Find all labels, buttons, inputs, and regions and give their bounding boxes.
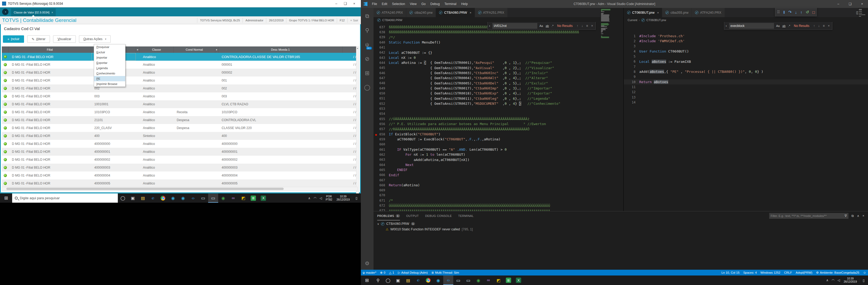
taskbar-search-input[interactable]: Digite aqui para pesquisar (12, 193, 118, 203)
table-row[interactable]: D MG 01 -Filial BELO HOR220_CLASVAnaliti… (2, 124, 358, 132)
minimize-button[interactable]: – (332, 1, 341, 7)
vscode-icon[interactable]: ‹› (443, 276, 453, 285)
table-row[interactable]: D MG 01 -Filial BELO HOR400000001Analiti… (2, 148, 358, 156)
copy-panel-icon[interactable]: ⧉ (851, 214, 854, 218)
code-editor[interactable]: 637ßßßßßßßßßßßßßßßßßßßßßßßßßßßßßßßßßßßßß… (373, 23, 623, 211)
totvs-green-icon[interactable]: ◉ (218, 193, 228, 203)
clock[interactable]: 10:3926/12/2019 (842, 277, 859, 283)
menu-item-imprimir-browse[interactable]: Imprimir Browse (94, 81, 125, 86)
excel-icon[interactable]: X (514, 276, 524, 285)
find-close-icon[interactable]: × (590, 24, 594, 28)
edge-icon[interactable]: ℮ (148, 193, 158, 203)
table-row[interactable]: D MG 01 -Filial BELO HOR400000003Analiti… (2, 164, 358, 172)
file-explorer-icon[interactable]: ▤ (138, 193, 148, 203)
step-out-icon[interactable]: ↑ (800, 10, 803, 14)
outras-acoes-button[interactable]: Outras Ações▾ (79, 35, 111, 43)
table-row[interactable]: D MG 01 -Filial BELO HOR400000000Analiti… (2, 140, 358, 148)
network-icon[interactable]: ◠ (830, 278, 836, 282)
editor-group-left[interactable]: ATFA240.PRXctba240.prwCTBA060.PRW×ATFA25… (373, 8, 624, 211)
menu-terminal[interactable]: Terminal (442, 0, 459, 8)
alterar-button[interactable]: ✎Alterar (27, 35, 50, 43)
dev-tool-icon[interactable]: ◩ (238, 193, 248, 203)
maximize-panel-icon[interactable]: ∧ (857, 214, 859, 218)
debug-launch-status[interactable]: ▷Advpl Debug (Adm) (396, 271, 430, 275)
tab-atfa240.prx[interactable]: ATFA240.PRX (373, 8, 406, 17)
start-button[interactable]: ⊞ (361, 276, 373, 285)
smartclient-monitor-icon[interactable]: ▭ (198, 193, 208, 203)
step-into-icon[interactable]: ↓ (795, 10, 797, 14)
table-row[interactable]: D MG 01 -Filial BELO HOR10010001Analitic… (2, 100, 358, 108)
table-row[interactable]: D MG 01 -Filial BELO HORAnaliticoCONTROL… (2, 53, 358, 61)
minimap[interactable] (858, 8, 868, 21)
chrome-icon[interactable] (158, 193, 168, 203)
environment[interactable]: ⚙Ambiente: BaseCongelada25 (814, 271, 861, 275)
notification-center-icon[interactable]: ▯ (352, 196, 361, 200)
start-button[interactable]: ⊞ (0, 193, 12, 203)
file-explorer-icon[interactable]: ▤ (403, 276, 413, 285)
tab-atfa240.prx[interactable]: ATFA240.PRX (692, 8, 724, 17)
find-in-selection-icon[interactable]: ≡ (822, 24, 826, 28)
regex-icon[interactable]: .* (788, 24, 790, 28)
explorer-icon[interactable]: ⧉ (361, 10, 373, 22)
volume-icon[interactable]: ◁ (318, 196, 323, 200)
table-row[interactable]: D MG 01 -Filial BELO HOR21101AnaliticoDe… (2, 116, 358, 124)
tab-ctba060.prw[interactable]: CTBA060.PRW× (436, 8, 475, 17)
smartclient-monitor-icon[interactable]: ▭ (453, 276, 463, 285)
tab-atfa251.prx[interactable]: ATFA251.PRX (475, 8, 508, 17)
table-row[interactable]: D MG 01 -Filial BELO HORAnalitico000001/… (2, 61, 358, 69)
pause-icon[interactable]: ‖ (783, 10, 785, 14)
find-close-icon[interactable]: × (827, 24, 831, 28)
warnings-status[interactable]: △1 (387, 271, 396, 275)
thread-status[interactable]: ≣Multi-Thread: Sim (430, 271, 461, 275)
tray-expand-icon[interactable]: ∧ (306, 196, 312, 200)
feedback-smiley[interactable]: ☺ (861, 271, 868, 275)
smartclient-monitor-icon-2[interactable]: ▭ (208, 193, 218, 203)
vscode-icon[interactable]: ‹› (188, 193, 198, 203)
menu-edit[interactable]: Edit (379, 0, 390, 8)
drag-handle-icon[interactable]: ⠿ (777, 10, 780, 14)
menu-view[interactable]: View (407, 0, 419, 8)
menu-go[interactable]: Go (419, 0, 428, 8)
menu-item-importar[interactable]: Importar (94, 55, 125, 60)
source-control-icon[interactable]: ψ1K+ (361, 39, 373, 51)
restore-button[interactable]: ❑ (341, 1, 350, 7)
clock[interactable]: 10:3926/12/2019 (334, 195, 352, 201)
table-row[interactable]: D MG 01 -Filial BELO HOR400000005Analiti… (2, 179, 358, 187)
table-row[interactable]: D MG 01 -Filial BELO HORAnalitico001/ / (2, 76, 358, 84)
totvs-smartclient-icon[interactable]: ◉ (168, 193, 178, 203)
find-next-icon[interactable]: ↓ (817, 24, 820, 28)
menu-item-excluir[interactable]: Excluir (94, 49, 125, 55)
settings-gear-icon[interactable]: ⚙ (361, 258, 373, 269)
stop-icon[interactable]: □ (812, 10, 815, 14)
problems-filter-input[interactable]: Filter. E.g.: text, **/*.ts, !**/node_mo… (769, 213, 848, 219)
totvs-green-icon[interactable]: ◉ (473, 276, 484, 285)
problems-file-row[interactable]: ∨ CTBA060.PRW 1 (373, 220, 868, 227)
eol[interactable]: CRLF (782, 271, 794, 275)
incluir-button[interactable]: +Incluir (3, 35, 24, 43)
notes-icon[interactable]: ≣ (248, 193, 258, 203)
totvs-icon[interactable]: ◯ (361, 81, 373, 94)
debug-icon[interactable]: ⊘ (361, 53, 373, 65)
volume-icon[interactable]: ◁ (836, 278, 842, 282)
table-row[interactable]: D MG 01 -Filial BELO HOR400000004Analiti… (2, 172, 358, 179)
language-indicator[interactable]: PORPTB2 (323, 195, 334, 201)
branch-status[interactable]: ψmaster* (361, 271, 378, 275)
breadcrumb-item[interactable]: CT060BUT.prw (646, 19, 666, 22)
menu-item-pe[interactable]: PE (94, 76, 125, 81)
language-mode[interactable]: Advpl(PRW) (794, 271, 814, 275)
restore-button[interactable]: ❑ (844, 0, 856, 8)
horizontal-scrollbar[interactable] (2, 187, 358, 191)
edge-icon[interactable]: ℮ (413, 276, 423, 285)
mdi-tab-classe-de-valor[interactable]: Classe de Valor [02.9.0034] × (11, 8, 56, 16)
find-input[interactable]: IAf012rot (492, 23, 537, 29)
indentation[interactable]: Spaces: 4 (741, 271, 758, 275)
tab-close-icon[interactable]: × (470, 11, 471, 14)
whole-word-icon[interactable]: ab (545, 24, 550, 28)
minimize-button[interactable]: – (832, 0, 844, 8)
notification-center-icon[interactable]: ▯ (859, 278, 868, 282)
minimap[interactable] (600, 8, 623, 39)
close-panel-icon[interactable]: × (863, 214, 864, 218)
panel-tab-problems[interactable]: PROBLEMS1 (377, 211, 400, 220)
visual-studio-icon[interactable]: ∞ (228, 193, 238, 203)
match-case-icon[interactable]: Aa (539, 24, 544, 28)
